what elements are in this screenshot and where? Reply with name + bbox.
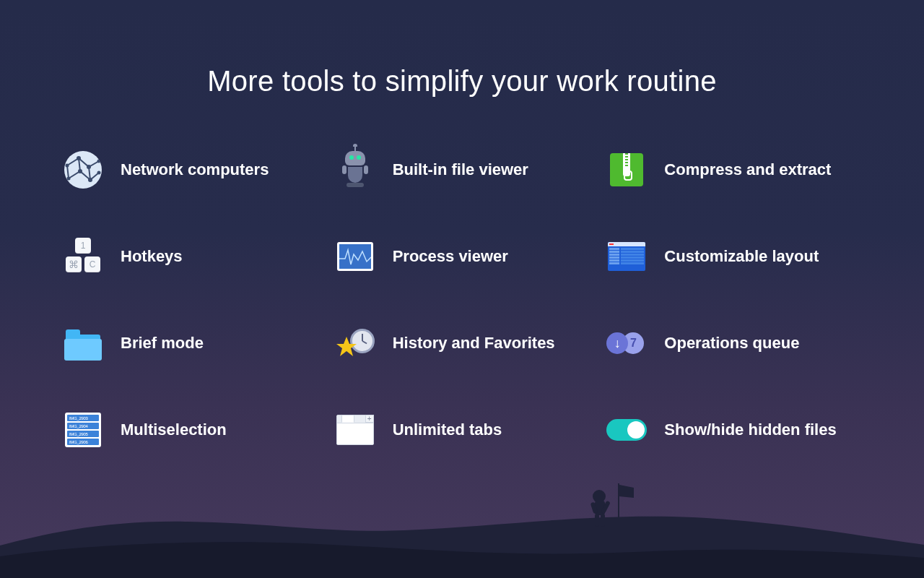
history-favorites-icon: [334, 322, 377, 365]
feature-network-computers: Network computers: [61, 148, 319, 191]
multiselection-icon: IMG_2903 IMG_2904 IMG_2905 IMG_2906: [61, 408, 105, 452]
hotkeys-icon: 1 ⌘ C: [61, 235, 105, 278]
feature-file-viewer: Built-in file viewer: [334, 148, 591, 191]
process-icon: [334, 235, 377, 278]
feature-history-favorites: History and Favorites: [334, 322, 591, 365]
tabs-icon: +: [334, 408, 377, 452]
network-icon: [61, 148, 105, 191]
svg-rect-9: [618, 483, 619, 524]
feature-multiselection: IMG_2903 IMG_2904 IMG_2905 IMG_2906 Mult…: [61, 408, 319, 452]
astronaut-illustration: [585, 480, 635, 538]
feature-label: Brief mode: [121, 334, 204, 353]
feature-label: Customizable layout: [664, 247, 819, 266]
feature-label: Built-in file viewer: [393, 160, 528, 179]
feature-label: Network computers: [121, 160, 269, 179]
svg-point-2: [78, 169, 82, 173]
feature-brief-mode: Brief mode: [61, 322, 319, 365]
feature-label: Hotkeys: [121, 247, 183, 266]
landscape-illustration: [0, 477, 924, 578]
feature-label: Compress and extract: [664, 160, 831, 179]
svg-point-7: [97, 171, 101, 175]
layout-icon: [605, 235, 648, 278]
feature-label: History and Favorites: [393, 334, 555, 353]
svg-point-6: [67, 177, 71, 181]
feature-label: Show/hide hidden files: [664, 420, 836, 439]
svg-rect-15: [601, 514, 605, 527]
svg-point-1: [87, 165, 91, 169]
feature-hotkeys: 1 ⌘ C Hotkeys: [61, 235, 319, 278]
svg-marker-8: [336, 337, 357, 356]
feature-operations-queue: 7 ↓ Operations queue: [605, 322, 863, 365]
features-grid: Network computers Built-in file viewer C…: [61, 148, 863, 452]
queue-icon: 7 ↓: [605, 322, 648, 365]
feature-label: Operations queue: [664, 334, 799, 353]
folder-icon: [61, 322, 105, 365]
page-heading: More tools to simplify your work routine: [0, 65, 924, 98]
feature-process-viewer: Process viewer: [334, 235, 591, 278]
toggle-icon: [605, 408, 648, 452]
feature-customizable-layout: Customizable layout: [605, 235, 863, 278]
zip-icon: [605, 148, 648, 191]
feature-unlimited-tabs: + Unlimited tabs: [334, 408, 591, 452]
feature-label: Process viewer: [393, 247, 508, 266]
feature-label: Unlimited tabs: [393, 420, 502, 439]
svg-rect-14: [595, 514, 599, 527]
feature-label: Multiselection: [121, 420, 227, 439]
feature-show-hide-hidden: Show/hide hidden files: [605, 408, 863, 452]
robot-icon: [334, 148, 377, 191]
svg-point-4: [66, 164, 69, 168]
svg-point-0: [77, 156, 81, 160]
feature-compress-extract: Compress and extract: [605, 148, 863, 191]
svg-point-3: [88, 178, 92, 182]
svg-point-5: [97, 160, 101, 163]
